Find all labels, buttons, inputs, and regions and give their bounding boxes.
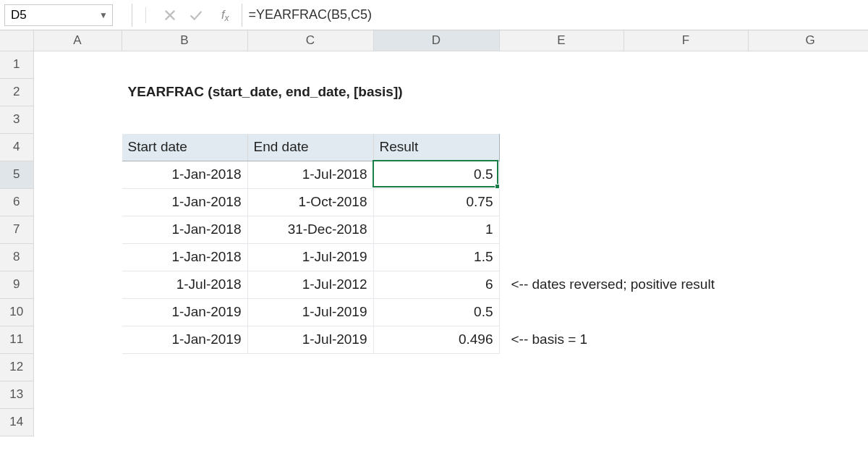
note: <-- dates reversed; positive result xyxy=(499,271,868,298)
cell[interactable]: 1-Jan-2019 xyxy=(122,298,247,326)
cell[interactable]: 1-Jan-2019 xyxy=(122,326,247,353)
cell[interactable]: 1-Jan-2018 xyxy=(122,161,247,188)
row-7: 7 1-Jan-2018 31-Dec-2018 1 xyxy=(0,216,868,243)
chevron-down-icon[interactable]: ▼ xyxy=(99,10,108,20)
cell[interactable]: 0.75 xyxy=(373,188,499,216)
row-11: 11 1-Jan-2019 1-Jul-2019 0.496 <-- basis… xyxy=(0,326,868,353)
table-header-result[interactable]: Result xyxy=(373,133,499,161)
row-12: 12 xyxy=(0,353,868,381)
row-header[interactable]: 5 xyxy=(0,161,33,188)
cell[interactable]: 1-Jan-2018 xyxy=(122,216,247,243)
row-10: 10 1-Jan-2019 1-Jul-2019 0.5 xyxy=(0,298,868,326)
row-header[interactable]: 4 xyxy=(0,133,33,161)
enter-icon[interactable] xyxy=(190,9,203,22)
column-header-row: A B C D E F G xyxy=(0,30,868,51)
cell[interactable]: 1-Jan-2018 xyxy=(122,243,247,271)
row-3: 3 xyxy=(0,106,868,133)
col-header-E[interactable]: E xyxy=(499,30,624,51)
cancel-icon[interactable] xyxy=(163,9,176,22)
cell[interactable]: 0.496 xyxy=(373,326,499,353)
cell[interactable]: 1-Jul-2012 xyxy=(247,271,373,298)
row-header[interactable]: 11 xyxy=(0,326,33,353)
cell[interactable]: 1-Jul-2018 xyxy=(247,161,373,188)
row-header[interactable]: 7 xyxy=(0,216,33,243)
cell[interactable]: 1-Jan-2018 xyxy=(122,188,247,216)
row-4: 4 Start date End date Result xyxy=(0,133,868,161)
spreadsheet-grid[interactable]: A B C D E F G 1 2 YEARFRAC (start_date, … xyxy=(0,30,868,436)
cell[interactable]: 1 xyxy=(373,216,499,243)
table-header-end[interactable]: End date xyxy=(247,133,373,161)
col-header-A[interactable]: A xyxy=(33,30,122,51)
row-9: 9 1-Jul-2018 1-Jul-2012 6 <-- dates reve… xyxy=(0,271,868,298)
row-header[interactable]: 8 xyxy=(0,243,33,271)
cell[interactable]: 1-Jul-2019 xyxy=(247,298,373,326)
cell[interactable]: 31-Dec-2018 xyxy=(247,216,373,243)
row-header[interactable]: 9 xyxy=(0,271,33,298)
name-box-value: D5 xyxy=(11,8,27,22)
cell[interactable]: 1-Jul-2018 xyxy=(122,271,247,298)
note: <-- basis = 1 xyxy=(499,326,868,353)
col-header-B[interactable]: B xyxy=(122,30,247,51)
formula-bar-buttons: fx xyxy=(134,7,240,23)
col-header-G[interactable]: G xyxy=(748,30,868,51)
row-header[interactable]: 1 xyxy=(0,51,33,78)
row-header[interactable]: 10 xyxy=(0,298,33,326)
name-box[interactable]: D5 ▼ xyxy=(4,4,113,26)
row-header[interactable]: 13 xyxy=(0,381,33,408)
formula-input[interactable] xyxy=(244,4,864,26)
select-all-corner[interactable] xyxy=(0,30,33,51)
fx-icon[interactable]: fx xyxy=(221,9,229,22)
table-header-start[interactable]: Start date xyxy=(122,133,247,161)
col-header-C[interactable]: C xyxy=(247,30,373,51)
row-header[interactable]: 3 xyxy=(0,106,33,133)
cell[interactable]: 0.5 xyxy=(373,298,499,326)
cell[interactable]: 1-Jul-2019 xyxy=(247,326,373,353)
row-header[interactable]: 6 xyxy=(0,188,33,216)
cell[interactable]: 1.5 xyxy=(373,243,499,271)
formula-bar: D5 ▼ fx xyxy=(0,0,868,30)
row-2: 2 YEARFRAC (start_date, end_date, [basis… xyxy=(0,78,868,106)
page-title: YEARFRAC (start_date, end_date, [basis]) xyxy=(122,78,624,106)
row-5: 5 1-Jan-2018 1-Jul-2018 0.5 xyxy=(0,161,868,188)
row-header[interactable]: 12 xyxy=(0,353,33,381)
cell-active[interactable]: 0.5 xyxy=(373,161,499,188)
cell[interactable]: 6 xyxy=(373,271,499,298)
row-8: 8 1-Jan-2018 1-Jul-2019 1.5 xyxy=(0,243,868,271)
row-header[interactable]: 2 xyxy=(0,78,33,106)
cell[interactable]: 1-Oct-2018 xyxy=(247,188,373,216)
row-1: 1 xyxy=(0,51,868,78)
row-6: 6 1-Jan-2018 1-Oct-2018 0.75 xyxy=(0,188,868,216)
cell[interactable]: 1-Jul-2019 xyxy=(247,243,373,271)
col-header-F[interactable]: F xyxy=(624,30,748,51)
row-13: 13 xyxy=(0,381,868,408)
row-14: 14 xyxy=(0,408,868,436)
row-header[interactable]: 14 xyxy=(0,408,33,436)
col-header-D[interactable]: D xyxy=(373,30,499,51)
